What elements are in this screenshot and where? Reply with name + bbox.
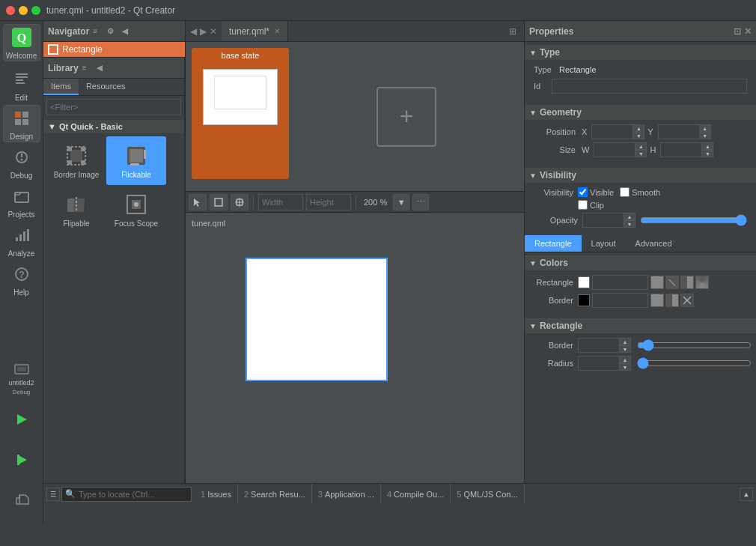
rect-border-input[interactable]: 1 (578, 338, 619, 353)
canvas-settings-btn[interactable]: ⋯ (412, 194, 429, 210)
visible-checkbox-label[interactable]: Visible (578, 187, 614, 197)
lib-item-focus-scope[interactable]: Focus Scope (106, 185, 166, 234)
state-card-base[interactable]: base state (192, 48, 289, 179)
y-input[interactable]: 0,0 (658, 124, 699, 139)
height-input[interactable] (306, 194, 351, 210)
navigator-item-rectangle[interactable]: Rectangle (43, 42, 185, 57)
visible-checkbox[interactable] (578, 187, 588, 197)
tab-advanced[interactable]: Advanced (626, 235, 682, 252)
h-input[interactable]: 62,0 (660, 142, 701, 157)
statusbar-menu-btn[interactable]: ☰ (46, 488, 60, 501)
rect-border-slider[interactable] (637, 339, 752, 351)
rect-border-down-btn[interactable]: ▼ (619, 345, 631, 353)
smooth-checkbox-label[interactable]: Smooth (620, 187, 660, 197)
tab-forward-btn[interactable]: ▶ (200, 26, 207, 37)
rect-color-btn-4[interactable] (695, 276, 709, 289)
statusbar-expand-btn[interactable]: ▲ (740, 488, 753, 501)
lib-item-border-image[interactable]: Border Image (46, 136, 106, 185)
sidebar-item-projects[interactable]: Projects (3, 183, 40, 220)
width-input[interactable] (258, 194, 303, 210)
run-button[interactable] (3, 401, 40, 438)
id-input[interactable] (552, 79, 747, 94)
library-menu-btn[interactable]: ≡ (79, 62, 91, 74)
rect-radius-slider[interactable] (637, 357, 752, 369)
w-up-btn[interactable]: ▲ (635, 142, 647, 150)
border-color-input[interactable]: #000000 (592, 293, 648, 308)
geometry-section-header[interactable]: ▼ Geometry (525, 105, 756, 120)
clip-checkbox-label[interactable]: Clip (578, 200, 604, 210)
locate-input[interactable] (79, 490, 191, 499)
border-color-btn-3[interactable] (680, 294, 694, 307)
type-section-header[interactable]: ▼ Type (525, 45, 756, 60)
qt-quick-basic-header[interactable]: ▼ Qt Quick - Basic (43, 120, 184, 133)
opacity-up-btn[interactable]: ▲ (624, 213, 635, 220)
smooth-checkbox[interactable] (620, 187, 630, 197)
tab-resources[interactable]: Resources (79, 79, 133, 95)
lib-item-flickable[interactable]: Flickable (106, 136, 166, 185)
add-state-button[interactable]: + (377, 87, 436, 147)
select-tool-btn[interactable] (189, 194, 207, 210)
rect-color-swatch[interactable] (578, 276, 590, 288)
split-view-btn[interactable]: ⊞ (509, 26, 516, 37)
sidebar-item-edit[interactable]: Edit (3, 66, 40, 103)
clip-checkbox[interactable] (578, 200, 588, 210)
h-up-btn[interactable]: ▲ (701, 142, 713, 150)
lib-item-flipable[interactable]: Flipable (46, 185, 106, 234)
status-tab-issues[interactable]: 1 Issues (195, 484, 238, 504)
w-down-btn[interactable]: ▼ (635, 150, 647, 157)
x-input[interactable]: 0,0 (591, 124, 632, 139)
x-down-btn[interactable]: ▼ (632, 132, 644, 139)
visibility-section-header[interactable]: ▼ Visibility (525, 168, 756, 183)
rect-border-up-btn[interactable]: ▲ (619, 338, 631, 345)
close-button[interactable] (6, 6, 15, 15)
properties-close-btn[interactable]: ✕ (744, 26, 752, 37)
opacity-down-btn[interactable]: ▼ (624, 220, 635, 228)
properties-expand-btn[interactable]: ⊡ (734, 26, 741, 37)
rect-radius-down-btn[interactable]: ▼ (619, 363, 631, 371)
status-tab-search[interactable]: 2 Search Resu... (238, 484, 312, 504)
sidebar-item-welcome[interactable]: Q Welcome (3, 24, 40, 61)
rectangle-props-header[interactable]: ▼ Rectangle (525, 318, 756, 333)
navigator-expand-btn[interactable]: ◀ (119, 25, 131, 37)
y-up-btn[interactable]: ▲ (699, 124, 711, 132)
status-tab-qml[interactable]: 5 QML/JS Con... (451, 484, 524, 504)
border-color-btn-2[interactable] (665, 294, 679, 307)
rect-color-btn-3[interactable] (680, 276, 694, 289)
canvas-area[interactable]: tuner.qml (186, 213, 524, 483)
border-color-swatch[interactable] (578, 294, 590, 306)
sidebar-item-debug[interactable]: Debug (3, 144, 40, 181)
status-tab-compile[interactable]: 4 Compile Ou... (381, 484, 451, 504)
colors-section-header[interactable]: ▼ Colors (525, 255, 756, 270)
library-expand-btn[interactable]: ◀ (94, 62, 106, 74)
minimize-button[interactable] (19, 6, 28, 15)
x-up-btn[interactable]: ▲ (632, 124, 644, 132)
y-down-btn[interactable]: ▼ (699, 132, 711, 139)
navigator-menu-btn[interactable]: ≡ (89, 25, 101, 37)
tab-close-doc-btn[interactable]: ✕ (210, 26, 217, 37)
navigator-settings-btn[interactable]: ⚙ (104, 25, 116, 37)
canvas-rectangle[interactable] (246, 258, 388, 381)
library-filter-input[interactable] (46, 99, 181, 115)
build-button[interactable] (3, 482, 40, 519)
zoom-menu-btn[interactable]: ▼ (393, 194, 409, 210)
sidebar-item-help[interactable]: ? Help (3, 261, 40, 298)
sidebar-item-design[interactable]: Design (3, 105, 40, 142)
h-down-btn[interactable]: ▼ (701, 150, 713, 157)
rect-color-btn-2[interactable] (665, 276, 679, 289)
status-tab-application[interactable]: 3 Application ... (312, 484, 381, 504)
tab-items[interactable]: Items (43, 79, 79, 95)
frame-tool-btn[interactable] (210, 194, 228, 210)
opacity-slider[interactable] (640, 214, 747, 226)
border-color-btn-1[interactable] (650, 294, 664, 307)
w-input[interactable]: 100,0 (594, 142, 635, 157)
maximize-button[interactable] (31, 6, 40, 15)
tab-layout[interactable]: Layout (582, 235, 626, 252)
sidebar-item-untitled2[interactable]: untitled2 Debug (3, 360, 40, 398)
debug-run-button[interactable] (3, 441, 40, 479)
rect-color-input[interactable]: #ffffff (592, 275, 648, 290)
rect-radius-input[interactable]: 0 (578, 356, 619, 371)
tab-back-btn[interactable]: ◀ (190, 26, 197, 37)
anchor-tool-btn[interactable] (231, 194, 249, 210)
file-tab-close-icon[interactable]: ✕ (274, 27, 280, 35)
tab-rectangle[interactable]: Rectangle (525, 235, 582, 252)
